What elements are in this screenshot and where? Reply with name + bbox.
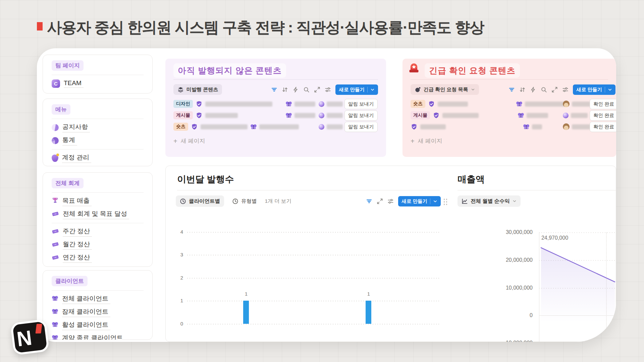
bar-value-label: 1 [236, 291, 256, 297]
confirm-button[interactable]: 확인 완료 [590, 122, 616, 132]
sidebar-item-notice[interactable]: 공지사항 [52, 123, 144, 132]
type-tag: 디자인 [173, 100, 193, 108]
confirm-button[interactable]: 확인 완료 [590, 110, 616, 121]
notify-button[interactable]: 알림 보내기 [344, 122, 378, 132]
sidebar-item-weekly[interactable]: 주간 정산 [52, 227, 144, 236]
sidebar-item-label: 활성 클라이언트 [62, 320, 110, 330]
automation-icon[interactable] [530, 86, 536, 93]
assignee-cell [250, 121, 299, 132]
sidebar-item-yearly[interactable]: 연간 정산 [52, 253, 144, 262]
action-cell: 확인 완료 [590, 121, 616, 132]
blurred-title [205, 102, 272, 107]
table-row[interactable]: 게시물 확인 완료 [411, 110, 616, 121]
butterfly-icon [52, 309, 58, 316]
view-settings-icon[interactable] [387, 198, 394, 204]
section-badge-menu: 메뉴 [52, 104, 70, 115]
divider [52, 290, 144, 291]
new-page-button[interactable]: + 새 페이지 [173, 137, 205, 145]
butterfly-icon [516, 101, 523, 107]
blurred-text [294, 102, 315, 107]
gridline [187, 278, 440, 279]
c-app-icon: C [52, 79, 60, 88]
view-tab-label: 전체 월별 순수익 [471, 198, 510, 205]
search-icon[interactable] [303, 86, 310, 93]
sidebar-item-ended-clients[interactable]: 계약 종료 클라이언트 [52, 334, 144, 340]
table-row[interactable]: 확인 완료 [411, 121, 616, 132]
y-tick: 4 [172, 229, 183, 235]
sidebar-item-label: 계정 관리 [62, 153, 91, 163]
blurred-title [438, 102, 468, 107]
sidebar-item-total-accounting[interactable]: 전체 회계 및 목표 달성 [52, 210, 144, 219]
sort-icon[interactable] [519, 86, 526, 93]
sidebar-section-clients: 클라이언트 전체 클라이언트 잠재 클라이언트 활성 클라이언트 [43, 270, 153, 340]
filter-icon[interactable] [271, 86, 277, 93]
divider [52, 149, 144, 149]
y-tick: 0 [172, 321, 183, 326]
tab-by-client[interactable]: 클라이언트별 [176, 195, 224, 207]
y-tick: 0 [487, 312, 533, 318]
new-button[interactable]: 새로 만들기 [398, 196, 441, 206]
sidebar-item-potential-clients[interactable]: 잠재 클라이언트 [52, 308, 144, 317]
view-settings-icon[interactable] [562, 86, 569, 93]
sidebar-item-account[interactable]: 계정 관리 [52, 154, 144, 163]
butterfly-icon [285, 101, 292, 107]
more-views-link[interactable]: 1개 더 보기 [265, 198, 291, 205]
chevron-down-icon [370, 87, 375, 92]
y-tick: 3 [172, 252, 183, 257]
sidebar-item-stats[interactable]: 통계 [52, 136, 144, 145]
sidebar-item-active-clients[interactable]: 활성 클라이언트 [52, 321, 144, 330]
sort-icon[interactable] [282, 86, 288, 93]
sidebar-item-label: 목표 매출 [62, 196, 92, 206]
type-tag: 숏츠 [411, 100, 425, 108]
expand-icon[interactable] [314, 86, 320, 93]
expand-icon[interactable] [377, 198, 383, 204]
sidebar-section-team: 팀 페이지 C TEAM [43, 55, 153, 94]
view-tab-urgent[interactable]: 긴급 확인 요청 목록 [411, 84, 479, 95]
bar[interactable] [243, 301, 249, 324]
divider [367, 87, 368, 93]
expand-icon[interactable] [551, 86, 558, 93]
page-title: 사용자 중심 한의원 시스템 구축 전략 : 직관성·실사용률·만족도 향상 [47, 17, 484, 38]
sidebar-item-monthly[interactable]: 월간 정산 [52, 240, 144, 249]
view-tab-unpublished[interactable]: 미발행 콘텐츠 [173, 84, 222, 95]
sidebar-item-team[interactable]: C TEAM [52, 79, 144, 88]
notify-button[interactable]: 알림 보내기 [344, 110, 378, 121]
table-row[interactable]: 디자인 알림 보내기 [173, 98, 386, 110]
sphere-icon [319, 124, 324, 130]
chart-title-publish: 이번달 발행수 [177, 173, 234, 185]
urgent-content-panel: 긴급 확인 요청 콘텐츠 긴급 확인 요청 목록 새로 만들기 [402, 59, 616, 157]
type-tag: 게시물 [411, 111, 430, 119]
view-tab-revenue[interactable]: 전체 월별 순수익 [458, 195, 521, 207]
divider [605, 87, 605, 93]
trophy-icon [52, 197, 59, 205]
view-settings-icon[interactable] [325, 86, 331, 93]
drag-handle[interactable] [443, 198, 447, 205]
new-button[interactable]: 새로 만들기 [573, 84, 615, 95]
section-badge-accounting: 전체 회계 [52, 178, 84, 188]
clock-icon [232, 198, 238, 204]
new-page-button[interactable]: + 새 페이지 [411, 137, 442, 145]
table-row[interactable]: 숏츠 확인 완료 [411, 98, 616, 110]
sidebar-item-all-clients[interactable]: 전체 클라이언트 [52, 295, 144, 304]
bar[interactable] [366, 301, 371, 324]
stack-icon [177, 86, 184, 93]
tab-by-type[interactable]: 유형별 [228, 195, 261, 207]
table-row[interactable]: 게시물 알림 보내기 [173, 110, 386, 121]
sidebar-section-menu: 메뉴 공지사항 통계 계정 관리 [43, 99, 153, 166]
sidebar-item-goal-revenue[interactable]: 목표 매출 [52, 197, 144, 206]
new-button[interactable]: 새로 만들기 [335, 84, 378, 95]
automation-icon[interactable] [292, 86, 299, 93]
sidebar-item-label: 월간 정산 [63, 240, 92, 250]
search-icon[interactable] [541, 86, 547, 93]
notify-button[interactable]: 알림 보내기 [344, 99, 378, 109]
revenue-line-chart[interactable] [539, 232, 616, 342]
filter-icon[interactable] [366, 198, 372, 204]
blurred-text [327, 113, 343, 118]
table-row[interactable]: 숏츠 알림 보내기 [173, 121, 386, 132]
blurred-text [572, 124, 590, 129]
blurred-title [205, 113, 238, 118]
divider [52, 75, 144, 75]
filter-icon[interactable] [508, 86, 515, 93]
shield-check-icon [196, 112, 203, 119]
confirm-button[interactable]: 확인 완료 [590, 99, 616, 109]
